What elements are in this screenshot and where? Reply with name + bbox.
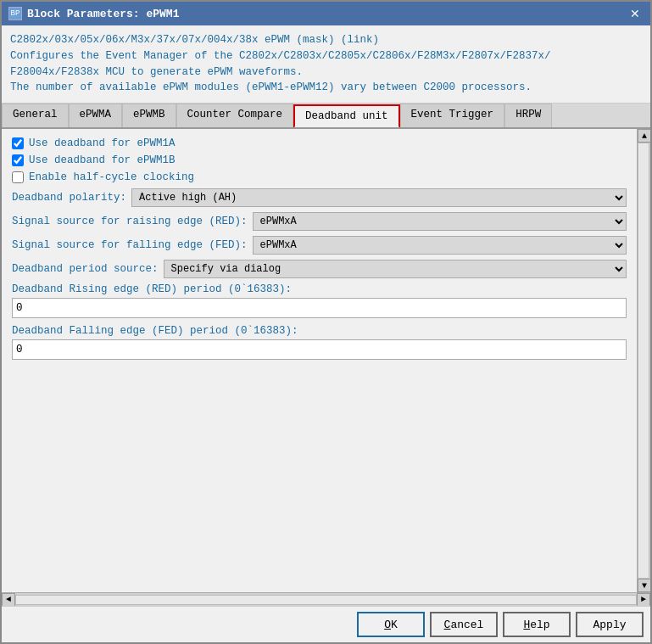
signal-fed-label: Signal source for falling edge (FED): [12,239,248,251]
fed-period-label: Deadband Falling edge (FED) period (0`16… [12,325,627,337]
scroll-up-button[interactable]: ▲ [638,129,650,143]
tab-event-trigger[interactable]: Event Trigger [400,104,505,127]
description-line3: F28004x/F2838x MCU to generate ePWM wave… [10,64,642,81]
button-bar: OK Cancel Help Apply [2,606,650,642]
window-title: Block Parameters: ePWM1 [27,8,179,20]
main-window: BP Block Parameters: ePWM1 ✕ C2802x/03x/… [0,0,652,644]
title-bar: BP Block Parameters: ePWM1 ✕ [2,2,650,25]
scroll-left-button[interactable]: ◄ [2,593,15,607]
red-period-input[interactable] [12,298,627,318]
apply-button[interactable]: Apply [576,612,644,637]
polarity-dropdown-wrapper: Active high (AH) Active low (AL) Active … [131,188,627,207]
right-scrollbar: ▲ ▼ [637,129,650,592]
title-bar-left: BP Block Parameters: ePWM1 [8,7,179,20]
tab-content: Use deadband for ePWM1A Use deadband for… [2,129,637,592]
scroll-down-button[interactable]: ▼ [638,579,650,592]
signal-red-dropdown[interactable]: ePWMxA ePWMxB [253,212,627,231]
checkbox-halfcycle[interactable] [12,171,24,183]
polarity-label: Deadband polarity: [12,192,126,204]
tab-hrpw[interactable]: HRPW [504,104,552,127]
checkbox-row-epwm1b: Use deadband for ePWM1B [12,154,627,166]
help-label: Help [523,619,549,631]
tab-epwma[interactable]: ePWMA [69,104,123,127]
signal-fed-dropdown[interactable]: ePWMxA ePWMxB [253,236,627,255]
signal-red-label: Signal source for raising edge (RED): [12,216,248,227]
description-line1: C2802x/03x/05x/06x/M3x/37x/07x/004x/38x … [10,32,642,48]
checkbox-row-halfcycle: Enable half-cycle clocking [12,171,627,183]
period-source-dropdown-wrapper: Specify via dialog Use input port [164,260,627,278]
polarity-dropdown[interactable]: Active high (AH) Active low (AL) Active … [131,188,627,207]
fed-period-section: Deadband Falling edge (FED) period (0`16… [12,325,627,367]
description-line4: The number of available ePWM modules (eP… [10,80,642,96]
ok-button[interactable]: OK [357,612,425,637]
tab-general[interactable]: General [2,104,69,127]
tabs-bar: General ePWMA ePWMB Counter Compare Dead… [2,104,650,129]
scroll-right-button[interactable]: ► [637,593,650,607]
description-line2: Configures the Event Manager of the C280… [10,48,642,64]
signal-fed-dropdown-wrapper: ePWMxA ePWMxB [253,236,627,255]
red-period-label: Deadband Rising edge (RED) period (0`163… [12,283,627,295]
fed-period-input[interactable] [12,339,627,360]
checkbox-epwm1a-label: Use deadband for ePWM1A [29,137,176,149]
checkbox-epwm1a[interactable] [12,137,24,149]
checkbox-halfcycle-label: Enable half-cycle clocking [29,171,194,183]
polarity-row: Deadband polarity: Active high (AH) Acti… [12,188,627,207]
tab-deadband-unit[interactable]: Deadband unit [293,104,400,128]
help-button[interactable]: Help [503,612,571,637]
scroll-track-vertical[interactable] [638,143,649,579]
cancel-label: Cancel [444,619,484,631]
close-button[interactable]: ✕ [627,7,644,20]
tab-epwmb[interactable]: ePWMB [122,104,176,127]
checkbox-epwm1b[interactable] [12,154,24,166]
horizontal-scrollbar: ◄ ► [2,592,650,606]
tab-counter-compare[interactable]: Counter Compare [176,104,294,127]
main-scroll-container: Use deadband for ePWM1A Use deadband for… [2,129,650,592]
apply-label: Apply [593,619,626,631]
signal-red-row: Signal source for raising edge (RED): eP… [12,212,627,231]
red-period-section: Deadband Rising edge (RED) period (0`163… [12,283,627,325]
period-source-dropdown[interactable]: Specify via dialog Use input port [164,260,627,278]
signal-red-dropdown-wrapper: ePWMxA ePWMxB [253,212,627,231]
period-source-row: Deadband period source: Specify via dial… [12,260,627,278]
cancel-button[interactable]: Cancel [430,612,498,637]
window-icon: BP [8,7,22,20]
ok-label: OK [384,619,398,631]
scroll-track-horizontal[interactable] [15,595,637,605]
description-area: C2802x/03x/05x/06x/M3x/37x/07x/004x/38x … [2,25,650,104]
signal-fed-row: Signal source for falling edge (FED): eP… [12,236,627,255]
period-source-label: Deadband period source: [12,263,159,275]
checkbox-row-epwm1a: Use deadband for ePWM1A [12,137,627,149]
checkbox-epwm1b-label: Use deadband for ePWM1B [29,154,176,166]
